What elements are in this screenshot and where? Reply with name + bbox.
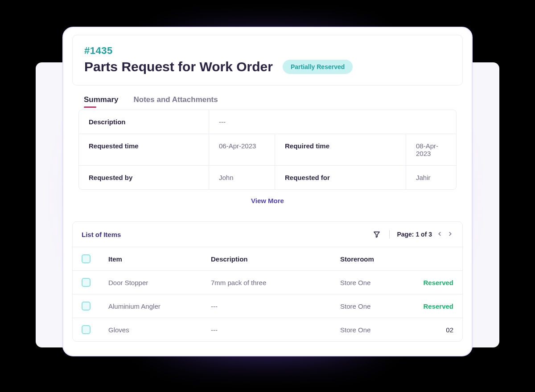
cell-description: ---: [211, 326, 340, 334]
summary-value: John: [209, 166, 275, 189]
items-card: List of Items Page: 1 of 3 Item Descript…: [72, 221, 463, 342]
header-card: #1435 Parts Request for Work Order Parti…: [72, 35, 463, 86]
tabs: Summary Notes and Attachments: [72, 86, 463, 110]
pager: Page: 1 of 3: [397, 231, 453, 238]
summary-label: Required time: [275, 134, 406, 165]
table-row: Gloves --- Store One 02: [73, 318, 462, 341]
items-section-title: List of Items: [82, 231, 371, 238]
summary-value: ---: [209, 110, 456, 134]
table-row: Aluminium Angler --- Store One Reserved: [73, 294, 462, 318]
cell-status: 02: [400, 326, 453, 334]
cell-status: Reserved: [400, 302, 453, 310]
items-table: Item Description Storeroom Door Stopper …: [73, 247, 462, 341]
cell-storeroom: Store One: [340, 326, 400, 334]
pager-prev-icon[interactable]: [436, 231, 443, 238]
col-item: Item: [108, 255, 211, 263]
cell-description: 7mm pack of three: [211, 279, 340, 286]
cell-description: ---: [211, 302, 340, 310]
pager-label: Page: 1 of 3: [397, 231, 432, 238]
status-badge: Partially Reserved: [283, 60, 353, 74]
tab-summary[interactable]: Summary: [84, 95, 118, 104]
cell-storeroom: Store One: [340, 279, 400, 286]
divider: [389, 230, 390, 238]
filter-icon[interactable]: [371, 229, 382, 240]
row-checkbox[interactable]: [82, 325, 91, 334]
summary-row-time: Requested time 06-Apr-2023 Required time…: [79, 134, 456, 166]
summary-label: Requested for: [275, 166, 406, 189]
summary-table: Description --- Requested time 06-Apr-20…: [78, 110, 457, 190]
request-id: #1435: [84, 45, 451, 57]
col-storeroom: Storeroom: [340, 255, 400, 263]
row-checkbox[interactable]: [82, 302, 91, 310]
col-description: Description: [211, 255, 340, 263]
cell-item: Gloves: [108, 326, 211, 334]
summary-value: 08-Apr-2023: [406, 134, 456, 165]
summary-row-people: Requested by John Requested for Jahir: [79, 166, 456, 189]
row-checkbox[interactable]: [82, 278, 91, 287]
tab-notes[interactable]: Notes and Attachments: [133, 95, 218, 104]
cell-status: Reserved: [400, 279, 453, 286]
cell-item: Aluminium Angler: [108, 302, 211, 310]
svg-marker-0: [374, 232, 379, 237]
select-all-checkbox[interactable]: [82, 254, 91, 263]
table-header-row: Item Description Storeroom: [73, 247, 462, 271]
pager-next-icon[interactable]: [447, 231, 453, 238]
view-more-link[interactable]: View More: [72, 190, 463, 215]
summary-value: Jahir: [406, 166, 456, 189]
summary-label: Requested by: [79, 166, 209, 189]
summary-label: Description: [79, 110, 209, 134]
app-window: #1435 Parts Request for Work Order Parti…: [62, 27, 473, 356]
summary-label: Requested time: [79, 134, 209, 165]
summary-value: 06-Apr-2023: [209, 134, 275, 165]
summary-row-description: Description ---: [79, 110, 456, 134]
cell-item: Door Stopper: [108, 279, 211, 286]
page-title: Parts Request for Work Order: [84, 59, 273, 74]
cell-storeroom: Store One: [340, 302, 400, 310]
table-row: Door Stopper 7mm pack of three Store One…: [73, 271, 462, 294]
